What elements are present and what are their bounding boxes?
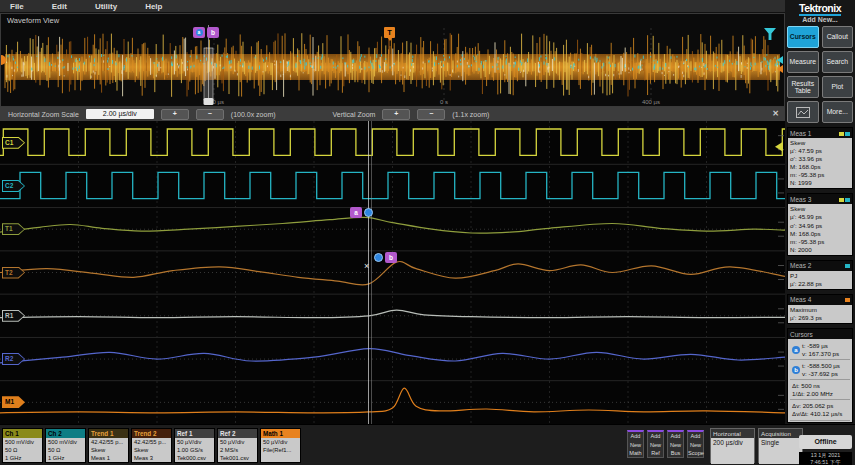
menu-utility[interactable]: Utility	[95, 2, 117, 11]
sidebar-measure-button[interactable]: Measure	[787, 51, 819, 73]
h-zoom-scale-input[interactable]: 2.00 µs/div	[86, 109, 154, 119]
v-zoom-factor: (1.1x zoom)	[452, 111, 489, 118]
source-swatch-icon	[845, 198, 850, 202]
add-button-word: Scope	[688, 449, 703, 458]
add-button-word: Add	[648, 432, 663, 441]
badge-setting-line: Tek001.csv	[220, 454, 255, 462]
badge-setting-line: 1 GHz	[5, 454, 40, 462]
cursor-a-values: t: -589 µsv: 167.370 ps	[802, 342, 839, 358]
sidebar-results-table-button[interactable]: Results Table	[787, 76, 819, 98]
cursor-value-line: v: -37.692 ps	[802, 370, 840, 378]
cursor-b-values: t: -588.500 µsv: -37.692 ps	[802, 362, 840, 378]
meas-source-swatches	[838, 196, 850, 203]
trigger-level-icon[interactable]	[775, 142, 783, 152]
badge-settings: 500 mV/div50 Ω1 GHz	[3, 438, 42, 462]
channel-badge-ch-2[interactable]: Ch 2500 mV/div50 Ω1 GHz	[45, 428, 86, 463]
horizontal-panel[interactable]: Horizontal 200 µs/div	[710, 428, 755, 463]
plot-cursor-a-flag[interactable]: a	[350, 207, 362, 218]
menu-edit[interactable]: Edit	[52, 2, 67, 11]
h-zoom-in-button[interactable]: +	[161, 109, 189, 120]
cursors-readout-panel[interactable]: Cursorsat: -589 µsv: 167.370 psbt: -588.…	[787, 328, 853, 423]
acquisition-panel[interactable]: Acquisition Single	[758, 428, 803, 463]
cursor-value-line: v: 167.370 ps	[802, 350, 839, 358]
meas-title: Meas 3	[790, 196, 811, 203]
source-swatch-icon	[839, 132, 844, 136]
meas-panel-meas-1[interactable]: Meas 1Skewµ': 47.59 psσ': 33.96 psM: 168…	[787, 127, 853, 189]
cursor-a-handle[interactable]	[364, 208, 373, 217]
add-button-word: New	[648, 441, 663, 450]
channel-badge-ref-2[interactable]: Ref 250 µV/div2 MS/sTek001.csv	[217, 428, 258, 463]
meas-line: m: -95.38 ps	[790, 238, 850, 246]
acquisition-value: Single	[759, 438, 802, 464]
sidebar-cursors-button[interactable]: Cursors	[787, 26, 819, 48]
cursors-title: Cursors	[790, 331, 813, 338]
meas-panel-meas-4[interactable]: Meas 4Maximumµ': 269.3 ps	[787, 294, 853, 324]
meas-line: M: 168.0ps	[790, 163, 850, 171]
channel-badge-ch-1[interactable]: Ch 1500 mV/div50 Ω1 GHz	[2, 428, 43, 463]
add-new-scope-button[interactable]: AddNewScope	[687, 430, 704, 458]
meas-line: Skew	[790, 139, 850, 147]
cursor-crosshair-icon[interactable]: ×	[364, 262, 369, 271]
meas-line: M: 168.0ps	[790, 230, 850, 238]
add-button-word: New	[668, 441, 683, 450]
meas-line: µ': 45.99 ps	[790, 213, 850, 221]
add-button-word: New	[628, 441, 643, 450]
zoom-box-grip[interactable]	[204, 98, 214, 105]
add-button-word: Bus	[668, 449, 683, 458]
overview-right-marker-orange[interactable]	[773, 65, 783, 73]
bottom-settings-bar: Horizontal 200 µs/div Acquisition Single…	[0, 424, 855, 465]
meas-line: µ': 22.88 ps	[790, 280, 850, 288]
overview-cursor-b-flag[interactable]: b	[207, 27, 219, 38]
trigger-marker[interactable]: T	[384, 27, 395, 38]
channel-badge-ref-1[interactable]: Ref 150 µV/div1.00 GS/sTek000.csv	[174, 428, 215, 463]
overview-title: Waveform View	[7, 16, 59, 25]
badge-setting-line: File(Ref1...	[263, 446, 298, 454]
add-button-word: Math	[628, 449, 643, 458]
meas-panel-header: Meas 1	[788, 128, 852, 138]
close-zoom-icon[interactable]: ✕	[772, 109, 779, 118]
meas-line: PJ	[790, 272, 850, 280]
badge-setting-line: 2 MS/s	[220, 446, 255, 454]
sidebar-plot-button[interactable]: Plot	[822, 76, 854, 98]
add-new-ref-button[interactable]: AddNewRef	[647, 430, 664, 458]
meas-line: Skew	[790, 205, 850, 213]
channel-badge-math-1[interactable]: Math 150 µV/divFile(Ref1...	[260, 428, 301, 463]
main-waveform-plot: a b × C1C2T1T2R1R2M1	[0, 121, 785, 424]
cursor-a-handle-icon[interactable]: a	[196, 29, 203, 36]
overview-cursor-a-flag[interactable]: a	[193, 27, 205, 38]
add-new-math-button[interactable]: AddNewMath	[627, 430, 644, 458]
cursor-b-handle[interactable]	[374, 253, 383, 262]
v-zoom-out-button[interactable]: −	[417, 109, 445, 120]
acquisition-title: Acquisition	[759, 429, 802, 438]
menu-help[interactable]: Help	[145, 2, 162, 11]
cursor-value-line: t: -588.500 µs	[802, 362, 840, 370]
source-swatch-icon	[845, 298, 850, 302]
add-new-bus-button[interactable]: AddNewBus	[667, 430, 684, 458]
badge-setting-line: Skew	[91, 446, 126, 454]
plot-cursor-b-flag[interactable]: b	[385, 252, 397, 263]
offline-button[interactable]: Offline	[799, 435, 852, 449]
overview-right-marker-cyan[interactable]	[773, 56, 783, 64]
channel-badge-trend-2[interactable]: Trend 242.42/55 p...SkewMeas 3	[131, 428, 172, 463]
add-button-word: Ref	[648, 449, 663, 458]
badge-setting-line: 50 µV/div	[263, 438, 298, 446]
sidebar-search-button[interactable]: Search	[822, 51, 854, 73]
badge-setting-line: 42.42/55 p...	[91, 438, 126, 446]
meas-line: N: 2000	[790, 246, 850, 254]
h-zoom-out-button[interactable]: −	[196, 109, 224, 120]
meas-panel-meas-3[interactable]: Meas 3Skewµ': 45.99 psσ': 34.96 psM: 168…	[787, 193, 853, 255]
badge-setting-line: Meas 3	[134, 454, 169, 462]
channel-badge-trend-1[interactable]: Trend 142.42/55 p...SkewMeas 1	[88, 428, 129, 463]
v-zoom-in-button[interactable]: +	[382, 109, 410, 120]
sidebar-more-button[interactable]: More...	[822, 101, 854, 123]
delta-line: 1/Δt: 2.00 MHz	[792, 390, 848, 398]
mini-chart-icon	[796, 107, 810, 118]
badge-setting-line: 500 mV/div	[5, 438, 40, 446]
sidebar-callout-button[interactable]: Callout	[822, 26, 854, 48]
delta-line: Δt: 500 ns	[792, 382, 848, 390]
sidebar-plot-tool-icon-button[interactable]	[787, 101, 819, 123]
meas-panel-meas-2[interactable]: Meas 2PJµ': 22.88 ps	[787, 260, 853, 290]
badge-setting-line: 50 µV/div	[220, 438, 255, 446]
badge-title: Trend 1	[89, 429, 128, 438]
menu-file[interactable]: File	[10, 2, 24, 11]
